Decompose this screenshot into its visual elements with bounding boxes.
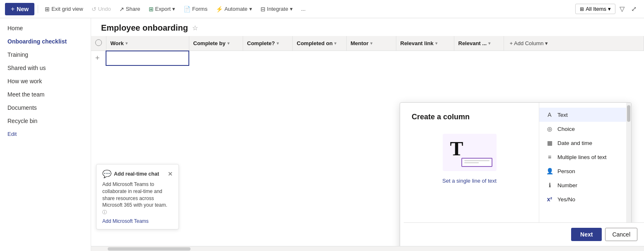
more-label: ...: [301, 6, 306, 12]
sidebar-item-home[interactable]: Home: [0, 22, 91, 35]
next-button[interactable]: Next: [571, 228, 602, 241]
empty-mentor: [346, 51, 396, 65]
sidebar-item-shared[interactable]: Shared with us: [0, 61, 91, 75]
forms-icon: 📄: [183, 6, 191, 12]
chat-body-text: Add Microsoft Teams to collaborate in re…: [102, 181, 167, 208]
text-type-icon: T: [450, 137, 463, 160]
sidebar-item-recyclebin[interactable]: Recycle bin: [0, 114, 91, 128]
automate-label: Automate: [224, 6, 248, 12]
number-icon: ℹ: [546, 182, 553, 188]
chat-icon: 💬: [102, 169, 111, 179]
new-button[interactable]: + New: [5, 3, 34, 15]
sidebar-item-documents[interactable]: Documents: [0, 101, 91, 114]
undo-button[interactable]: ↺ Undo: [88, 4, 114, 14]
export-button[interactable]: ⊞ Export ▾: [145, 4, 179, 14]
integrate-icon: ⊟: [260, 6, 265, 12]
sidebar-item-training[interactable]: Training: [0, 48, 91, 61]
excel-icon: ⊞: [149, 6, 154, 12]
multiline-icon: ≡: [546, 154, 553, 160]
col-completed-on[interactable]: Completed on ▾: [292, 36, 346, 51]
undo-icon: ↺: [92, 6, 96, 12]
col-work[interactable]: Work ▾: [106, 36, 189, 51]
export-chevron: ▾: [172, 6, 175, 12]
add-row-checkbox-cell: +: [91, 51, 106, 65]
chat-widget: 💬 Add real-time chat ✕ Add Microsoft Tea…: [96, 164, 179, 229]
type-person[interactable]: 👤 Person: [539, 164, 626, 178]
sidebar-item-howwework[interactable]: How we work: [0, 75, 91, 88]
exit-grid-label: Exit grid view: [51, 6, 83, 12]
integrate-chevron: ▾: [290, 6, 293, 12]
text-icon: A: [546, 111, 553, 118]
filter-button[interactable]: ▽: [617, 3, 627, 14]
sidebar-item-howwework-label: How we work: [7, 78, 42, 84]
col-complete-chevron: ▾: [277, 41, 279, 46]
add-column-header[interactable]: + Add Column ▾: [504, 36, 644, 51]
editing-work-cell[interactable]: [106, 51, 189, 65]
new-label: New: [17, 6, 29, 12]
type-multiline-label: Multiple lines of text: [557, 154, 607, 160]
type-date-label: Date and time: [557, 140, 592, 146]
col-complete-by[interactable]: Complete by ▾: [189, 36, 243, 51]
date-icon: ▦: [546, 140, 553, 146]
automate-button[interactable]: ⚡ Automate ▾: [212, 4, 256, 14]
col-mentor-label: Mentor: [351, 40, 369, 46]
toolbar-divider-1: [38, 5, 38, 13]
chat-close-button[interactable]: ✕: [168, 171, 173, 177]
person-icon: 👤: [546, 168, 553, 174]
sidebar-item-meettheteam[interactable]: Meet the team: [0, 88, 91, 101]
add-teams-link[interactable]: Add Microsoft Teams: [102, 218, 173, 224]
bottom-scrollbar: [91, 246, 644, 251]
sidebar: Home Onboarding checklist Training Share…: [0, 18, 91, 251]
panel-action-footer: Next Cancel: [404, 222, 644, 246]
more-button[interactable]: ...: [298, 4, 309, 14]
col-complete-by-chevron: ▾: [227, 41, 229, 46]
panel-description: Set a single line of text: [442, 178, 497, 184]
add-column-button[interactable]: + Add Column ▾: [508, 40, 550, 46]
empty-relevant-other: [454, 51, 504, 65]
col-mentor[interactable]: Mentor ▾: [346, 36, 396, 51]
checkbox-header: [91, 36, 106, 51]
expand-button[interactable]: ⤢: [629, 3, 639, 14]
chat-body: Add Microsoft Teams to collaborate in re…: [102, 181, 173, 216]
share-icon: ↗: [119, 6, 124, 12]
page-header: Employee onboarding ☆: [91, 18, 644, 36]
all-items-button[interactable]: ⊞ All Items ▾: [575, 4, 615, 14]
undo-label: Undo: [98, 6, 111, 12]
integrate-label: Integrate: [267, 6, 288, 12]
panel-illustration: T: [443, 134, 497, 171]
chat-info-icon: ⓘ: [102, 210, 107, 215]
col-completed-on-label: Completed on: [297, 40, 333, 46]
sidebar-item-training-label: Training: [7, 51, 28, 58]
col-complete[interactable]: Complete? ▾: [243, 36, 292, 51]
grid-area: Work ▾ Complete by ▾: [91, 36, 644, 66]
panel-scroll-thumb[interactable]: [627, 105, 630, 122]
sidebar-edit-label: Edit: [7, 131, 17, 137]
col-relevant-link[interactable]: Relevant link ▾: [396, 36, 454, 51]
type-person-label: Person: [557, 168, 575, 174]
cancel-button[interactable]: Cancel: [605, 228, 637, 241]
favorite-star-icon[interactable]: ☆: [192, 24, 198, 32]
share-button[interactable]: ↗ Share: [116, 4, 144, 14]
col-complete-label: Complete?: [247, 40, 275, 46]
integrate-button[interactable]: ⊟ Integrate ▾: [257, 4, 296, 14]
forms-label: Forms: [192, 6, 207, 12]
forms-button[interactable]: 📄 Forms: [180, 4, 211, 14]
type-text[interactable]: A Text: [539, 108, 626, 122]
add-row-plus-icon[interactable]: +: [95, 54, 100, 63]
empty-complete-by: [189, 51, 243, 65]
type-number[interactable]: ℹ Number: [539, 178, 626, 192]
work-cell-input[interactable]: [111, 56, 184, 62]
select-all-checkbox[interactable]: [95, 39, 102, 46]
horizontal-scroll-thumb[interactable]: [108, 247, 191, 251]
type-choice[interactable]: ◎ Choice: [539, 122, 626, 136]
type-choice-label: Choice: [557, 126, 575, 132]
sidebar-item-onboarding[interactable]: Onboarding checklist: [0, 35, 91, 48]
type-yesno[interactable]: x² Yes/No: [539, 192, 626, 206]
add-column-label: + Add Column: [510, 40, 544, 46]
type-multiline[interactable]: ≡ Multiple lines of text: [539, 150, 626, 164]
type-date[interactable]: ▦ Date and time: [539, 136, 626, 150]
automate-icon: ⚡: [216, 6, 223, 12]
col-relevant-other[interactable]: Relevant ... ▾: [454, 36, 504, 51]
sidebar-edit-link[interactable]: Edit: [0, 128, 91, 140]
exit-grid-view-button[interactable]: ⊞ Exit grid view: [41, 4, 87, 14]
